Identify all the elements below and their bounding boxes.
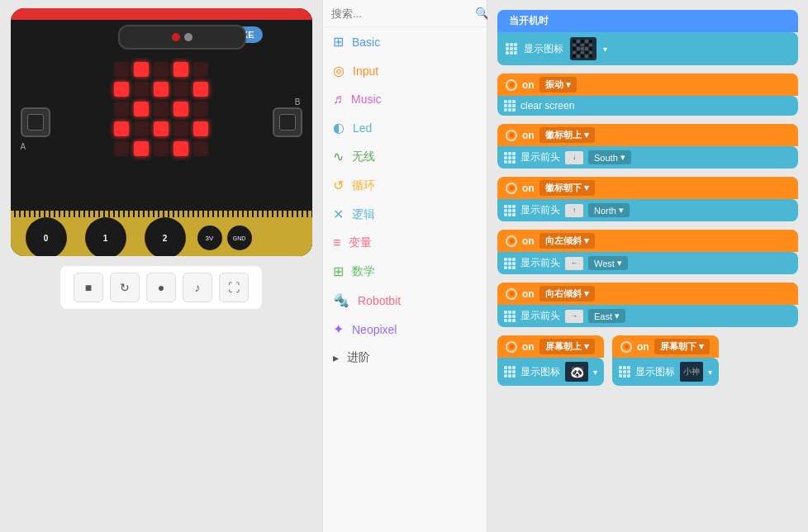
when-started-header: 当开机时 — [497, 10, 798, 32]
pin-area: 0 1 2 3V GND — [11, 211, 312, 256]
button-b[interactable] — [273, 107, 302, 137]
screen-up-label: 屏幕朝上 — [545, 340, 582, 353]
grid-icon-3 — [504, 152, 516, 164]
east-dropdown[interactable]: East ▾ — [588, 309, 625, 323]
tilt-left-label: 向左倾斜 — [545, 235, 582, 247]
shake-dropdown[interactable]: 振动 ▾ — [539, 77, 577, 93]
led-0-2 — [154, 62, 169, 77]
sidebar-item-variable[interactable]: ≡ 变量 — [323, 229, 487, 257]
neopixel-label: Neopixel — [352, 323, 397, 336]
on-label-tright: on — [522, 288, 535, 300]
shake-dropdown-label: 振动 — [545, 78, 563, 91]
fullscreen-button[interactable]: ⛶ — [219, 273, 249, 302]
screen-down-preview: 小神 — [680, 362, 703, 382]
sidebar-item-neopixel[interactable]: ✦ Neopixel — [323, 315, 487, 344]
compass-up-dropdown[interactable]: 徽标朝上 ▾ — [539, 127, 595, 143]
west-dropdown[interactable]: West ▾ — [588, 256, 628, 270]
btn-b-inner — [279, 114, 296, 131]
advanced-expand-icon: ▸ — [333, 351, 339, 364]
category-list: ⊞ Basic ◎ Input ♬ Music ◐ Led ∿ 无线 ↺ 循环 … — [323, 27, 487, 532]
led-3-4 — [193, 121, 208, 136]
led-preview-1 — [570, 37, 596, 60]
pin-gnd[interactable]: GND — [227, 226, 252, 250]
show-arrow-north-body: 显示前头 ↑ North ▾ — [497, 199, 798, 221]
on-label-sup: on — [522, 341, 535, 353]
pin-1[interactable]: 1 — [85, 217, 126, 256]
search-input[interactable] — [331, 7, 470, 20]
logic-label: 逻辑 — [352, 207, 375, 222]
advanced-label: 进阶 — [347, 350, 370, 365]
robotbit-icon: 🔩 — [333, 292, 349, 308]
screen-down-dropdown[interactable]: 屏幕朝下 ▾ — [654, 339, 710, 354]
sidebar-item-advanced[interactable]: ▸ 进阶 — [323, 344, 487, 372]
sdown-dropdown-arrow: ▾ — [699, 341, 704, 352]
sidebar-item-led[interactable]: ◐ Led — [323, 113, 487, 142]
on-label-cdown: on — [522, 183, 535, 194]
on-label-tleft: on — [522, 235, 535, 247]
show-arrow-west-label: 显示前头 — [520, 256, 560, 270]
wireless-label: 无线 — [352, 150, 375, 164]
microbit-logo — [118, 25, 246, 50]
pin-0[interactable]: 0 — [26, 217, 67, 256]
neopixel-icon: ✦ — [333, 321, 344, 337]
pin-2[interactable]: 2 — [145, 217, 186, 256]
restart-button[interactable]: ↻ — [110, 273, 140, 302]
compass-down-label: 徽标朝下 — [545, 182, 582, 194]
basic-icon: ⊞ — [333, 34, 344, 50]
south-arrow: ▾ — [620, 152, 625, 163]
compass-down-dropdown[interactable]: 徽标朝下 ▾ — [539, 180, 595, 196]
sidebar-item-math[interactable]: ⊞ 数学 — [323, 257, 487, 286]
shake-event-header: on 振动 ▾ — [497, 74, 798, 96]
tright-dropdown-arrow: ▾ — [584, 288, 589, 299]
east-label: East — [594, 311, 612, 321]
pin-3v[interactable]: 3V — [197, 226, 222, 250]
robotbit-label: Robotbit — [358, 294, 401, 307]
led-3-0 — [114, 121, 129, 136]
led-1-2 — [154, 82, 169, 97]
sound-button[interactable]: ♪ — [183, 273, 212, 302]
btn-a-label: A — [21, 142, 26, 151]
led-1-0 — [114, 82, 129, 97]
on-circle-tleft — [506, 235, 517, 247]
west-arrow: ▾ — [617, 258, 622, 268]
sidebar-item-loop[interactable]: ↺ 循环 — [323, 171, 487, 200]
wireless-icon: ∿ — [333, 149, 344, 164]
tilt-right-dropdown[interactable]: 向右倾斜 ▾ — [539, 286, 595, 302]
sdown-preview-arrow: ▾ — [708, 368, 712, 377]
led-4-0 — [114, 141, 129, 156]
sidebar-item-wireless[interactable]: ∿ 无线 — [323, 142, 487, 171]
tilt-left-dropdown[interactable]: 向左倾斜 ▾ — [539, 233, 595, 249]
sidebar-item-music[interactable]: ♬ Music — [323, 85, 487, 113]
stop-button[interactable]: ■ — [74, 273, 103, 302]
variable-icon: ≡ — [333, 235, 340, 250]
led-2-3 — [173, 102, 188, 116]
search-bar: 🔍 — [323, 0, 487, 27]
led-4-4 — [193, 141, 208, 156]
when-started-label: 当开机时 — [509, 15, 549, 26]
basic-label: Basic — [352, 36, 380, 49]
cdown-dropdown-arrow: ▾ — [584, 183, 589, 193]
on-circle-sdown — [620, 341, 632, 353]
record-button[interactable]: ● — [146, 273, 176, 302]
screen-up-dropdown[interactable]: 屏幕朝上 ▾ — [539, 339, 595, 354]
south-dropdown[interactable]: South ▾ — [588, 150, 631, 164]
logo-dot-1 — [172, 33, 180, 41]
pin-1-label: 1 — [103, 234, 108, 243]
sup-preview-arrow: ▾ — [593, 368, 597, 377]
pin-gnd-label: GND — [233, 235, 246, 241]
sidebar-item-basic[interactable]: ⊞ Basic — [323, 27, 487, 56]
show-arrow-west-body: 显示前头 ← West ▾ — [497, 252, 798, 274]
sidebar-item-input[interactable]: ◎ Input — [323, 56, 487, 85]
on-label-shake: on — [522, 79, 535, 91]
north-dropdown[interactable]: North ▾ — [588, 203, 630, 217]
block-compass-down: on 徽标朝下 ▾ 显示前头 ↑ North ▾ — [497, 177, 798, 221]
simulator-panel: SHAKE — [0, 0, 322, 532]
sidebar-item-robotbit[interactable]: 🔩 Robotbit — [323, 286, 487, 315]
west-img: ← — [565, 257, 583, 270]
show-icon-sup-body: 显示图标 🐼 ▾ — [497, 358, 604, 386]
button-a[interactable] — [21, 107, 50, 137]
led-1-4 — [193, 82, 208, 97]
sidebar-item-logic[interactable]: ✕ 逻辑 — [323, 200, 487, 229]
compass-up-header: on 徽标朝上 ▾ — [497, 124, 798, 146]
led-2-1 — [134, 102, 149, 116]
